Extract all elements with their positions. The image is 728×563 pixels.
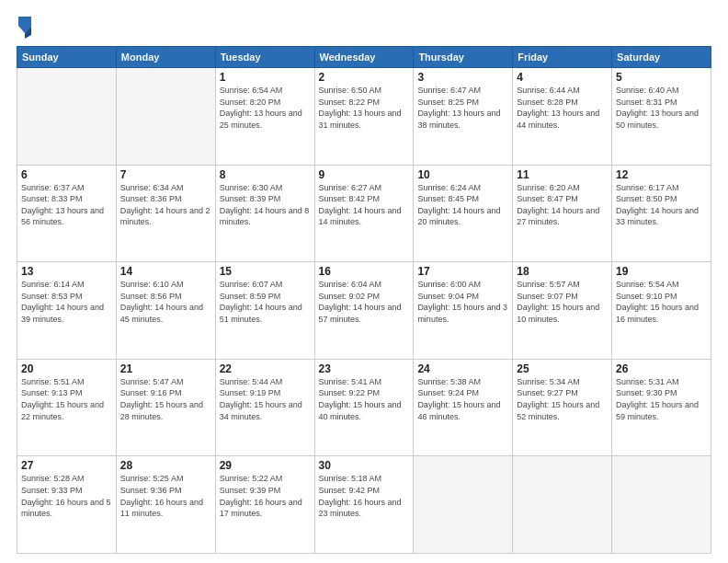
day-number: 29	[220, 459, 311, 472]
calendar-cell: 22Sunrise: 5:44 AM Sunset: 9:19 PM Dayli…	[215, 359, 314, 456]
header	[17, 13, 711, 39]
day-info: Sunrise: 6:47 AM Sunset: 8:25 PM Dayligh…	[417, 85, 508, 131]
day-number: 30	[319, 459, 410, 472]
calendar-cell: 27Sunrise: 5:28 AM Sunset: 9:33 PM Dayli…	[17, 456, 117, 554]
calendar-week-4: 27Sunrise: 5:28 AM Sunset: 9:33 PM Dayli…	[17, 456, 711, 554]
weekday-header-tuesday: Tuesday	[215, 47, 314, 68]
day-info: Sunrise: 5:41 AM Sunset: 9:22 PM Dayligh…	[319, 376, 410, 422]
day-info: Sunrise: 6:24 AM Sunset: 8:45 PM Dayligh…	[417, 182, 508, 228]
day-info: Sunrise: 5:31 AM Sunset: 9:30 PM Dayligh…	[616, 376, 707, 422]
calendar-week-2: 13Sunrise: 6:14 AM Sunset: 8:53 PM Dayli…	[17, 262, 711, 360]
day-number: 5	[616, 71, 707, 84]
weekday-header-wednesday: Wednesday	[314, 47, 414, 68]
weekday-header-sunday: Sunday	[17, 47, 117, 68]
day-number: 16	[319, 265, 410, 278]
day-info: Sunrise: 6:54 AM Sunset: 8:20 PM Dayligh…	[220, 85, 311, 131]
calendar-cell: 4Sunrise: 6:44 AM Sunset: 8:28 PM Daylig…	[513, 68, 612, 166]
calendar-table: SundayMondayTuesdayWednesdayThursdayFrid…	[17, 46, 711, 554]
day-number: 28	[120, 459, 211, 472]
day-number: 13	[21, 265, 112, 278]
calendar-cell: 25Sunrise: 5:34 AM Sunset: 9:27 PM Dayli…	[513, 359, 612, 456]
day-number: 19	[616, 265, 707, 278]
calendar-cell: 14Sunrise: 6:10 AM Sunset: 8:56 PM Dayli…	[116, 262, 215, 360]
calendar-cell: 28Sunrise: 5:25 AM Sunset: 9:36 PM Dayli…	[116, 456, 215, 554]
weekday-header-row: SundayMondayTuesdayWednesdayThursdayFrid…	[17, 47, 711, 68]
day-number: 6	[21, 168, 112, 181]
calendar-cell: 8Sunrise: 6:30 AM Sunset: 8:39 PM Daylig…	[215, 165, 314, 262]
calendar-cell: 29Sunrise: 5:22 AM Sunset: 9:39 PM Dayli…	[215, 456, 314, 554]
logo	[17, 13, 37, 39]
day-number: 3	[417, 71, 508, 84]
calendar-cell	[513, 456, 612, 554]
calendar-cell: 17Sunrise: 6:00 AM Sunset: 9:04 PM Dayli…	[414, 262, 513, 360]
calendar-cell: 12Sunrise: 6:17 AM Sunset: 8:50 PM Dayli…	[612, 165, 711, 262]
day-info: Sunrise: 6:44 AM Sunset: 8:28 PM Dayligh…	[517, 85, 608, 131]
day-number: 2	[319, 71, 410, 84]
calendar-cell: 13Sunrise: 6:14 AM Sunset: 8:53 PM Dayli…	[17, 262, 117, 360]
calendar-cell: 7Sunrise: 6:34 AM Sunset: 8:36 PM Daylig…	[116, 165, 215, 262]
day-info: Sunrise: 5:47 AM Sunset: 9:16 PM Dayligh…	[120, 376, 211, 422]
day-info: Sunrise: 5:51 AM Sunset: 9:13 PM Dayligh…	[21, 376, 112, 422]
day-number: 18	[517, 265, 608, 278]
day-number: 7	[120, 168, 211, 181]
day-info: Sunrise: 6:04 AM Sunset: 9:02 PM Dayligh…	[319, 279, 410, 325]
calendar-cell: 23Sunrise: 5:41 AM Sunset: 9:22 PM Dayli…	[314, 359, 414, 456]
calendar-cell: 5Sunrise: 6:40 AM Sunset: 8:31 PM Daylig…	[612, 68, 711, 166]
day-number: 15	[220, 265, 311, 278]
calendar-cell: 6Sunrise: 6:37 AM Sunset: 8:33 PM Daylig…	[17, 165, 117, 262]
day-number: 25	[517, 362, 608, 375]
calendar-cell: 3Sunrise: 6:47 AM Sunset: 8:25 PM Daylig…	[414, 68, 513, 166]
calendar-cell: 18Sunrise: 5:57 AM Sunset: 9:07 PM Dayli…	[513, 262, 612, 360]
calendar-cell: 16Sunrise: 6:04 AM Sunset: 9:02 PM Dayli…	[314, 262, 414, 360]
logo-icon	[17, 13, 33, 39]
calendar-cell	[612, 456, 711, 554]
day-info: Sunrise: 5:57 AM Sunset: 9:07 PM Dayligh…	[517, 279, 608, 325]
day-number: 21	[120, 362, 211, 375]
day-number: 14	[120, 265, 211, 278]
weekday-header-friday: Friday	[513, 47, 612, 68]
day-number: 10	[417, 168, 508, 181]
day-number: 20	[21, 362, 112, 375]
calendar-cell: 26Sunrise: 5:31 AM Sunset: 9:30 PM Dayli…	[612, 359, 711, 456]
day-info: Sunrise: 6:17 AM Sunset: 8:50 PM Dayligh…	[616, 182, 707, 228]
day-number: 22	[220, 362, 311, 375]
day-info: Sunrise: 5:18 AM Sunset: 9:42 PM Dayligh…	[319, 473, 410, 519]
weekday-header-monday: Monday	[116, 47, 215, 68]
calendar-week-3: 20Sunrise: 5:51 AM Sunset: 9:13 PM Dayli…	[17, 359, 711, 456]
calendar-cell	[414, 456, 513, 554]
day-number: 8	[220, 168, 311, 181]
calendar-cell: 11Sunrise: 6:20 AM Sunset: 8:47 PM Dayli…	[513, 165, 612, 262]
day-number: 27	[21, 459, 112, 472]
day-number: 24	[417, 362, 508, 375]
weekday-header-saturday: Saturday	[612, 47, 711, 68]
day-info: Sunrise: 6:07 AM Sunset: 8:59 PM Dayligh…	[220, 279, 311, 325]
day-number: 9	[319, 168, 410, 181]
day-number: 1	[220, 71, 311, 84]
day-info: Sunrise: 6:20 AM Sunset: 8:47 PM Dayligh…	[517, 182, 608, 228]
calendar-cell: 21Sunrise: 5:47 AM Sunset: 9:16 PM Dayli…	[116, 359, 215, 456]
day-info: Sunrise: 5:54 AM Sunset: 9:10 PM Dayligh…	[616, 279, 707, 325]
day-info: Sunrise: 5:28 AM Sunset: 9:33 PM Dayligh…	[21, 473, 112, 519]
day-number: 17	[417, 265, 508, 278]
day-number: 26	[616, 362, 707, 375]
day-info: Sunrise: 6:30 AM Sunset: 8:39 PM Dayligh…	[220, 182, 311, 228]
day-number: 4	[517, 71, 608, 84]
day-info: Sunrise: 5:22 AM Sunset: 9:39 PM Dayligh…	[220, 473, 311, 519]
calendar-cell: 20Sunrise: 5:51 AM Sunset: 9:13 PM Dayli…	[17, 359, 117, 456]
day-info: Sunrise: 5:34 AM Sunset: 9:27 PM Dayligh…	[517, 376, 608, 422]
calendar-cell: 9Sunrise: 6:27 AM Sunset: 8:42 PM Daylig…	[314, 165, 414, 262]
day-info: Sunrise: 6:34 AM Sunset: 8:36 PM Dayligh…	[120, 182, 211, 228]
day-number: 11	[517, 168, 608, 181]
day-info: Sunrise: 6:10 AM Sunset: 8:56 PM Dayligh…	[120, 279, 211, 325]
calendar-cell: 15Sunrise: 6:07 AM Sunset: 8:59 PM Dayli…	[215, 262, 314, 360]
day-info: Sunrise: 5:44 AM Sunset: 9:19 PM Dayligh…	[220, 376, 311, 422]
page: SundayMondayTuesdayWednesdayThursdayFrid…	[0, 0, 728, 563]
calendar-cell: 10Sunrise: 6:24 AM Sunset: 8:45 PM Dayli…	[414, 165, 513, 262]
calendar-cell: 19Sunrise: 5:54 AM Sunset: 9:10 PM Dayli…	[612, 262, 711, 360]
day-info: Sunrise: 6:27 AM Sunset: 8:42 PM Dayligh…	[319, 182, 410, 228]
day-number: 23	[319, 362, 410, 375]
calendar-cell: 30Sunrise: 5:18 AM Sunset: 9:42 PM Dayli…	[314, 456, 414, 554]
day-info: Sunrise: 6:37 AM Sunset: 8:33 PM Dayligh…	[21, 182, 112, 228]
weekday-header-thursday: Thursday	[414, 47, 513, 68]
day-info: Sunrise: 6:50 AM Sunset: 8:22 PM Dayligh…	[319, 85, 410, 131]
